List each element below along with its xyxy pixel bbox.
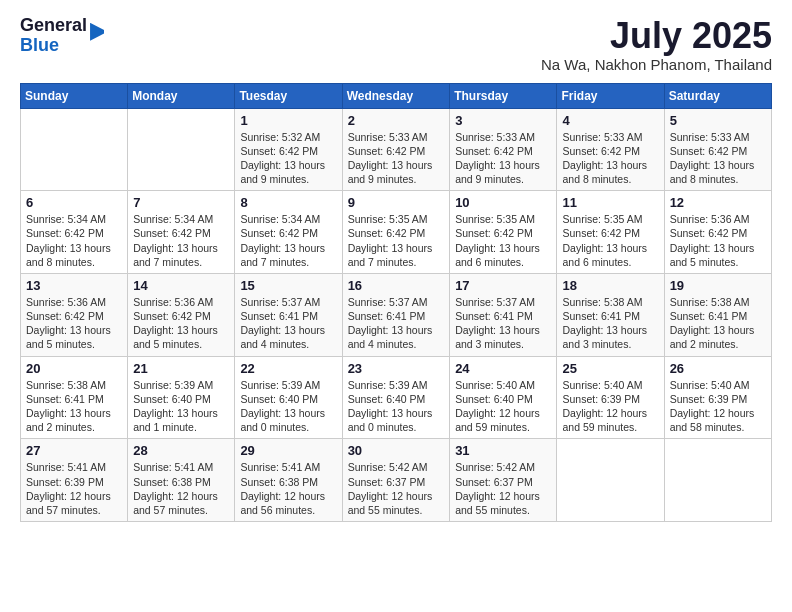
day-detail: Sunrise: 5:40 AMSunset: 6:39 PMDaylight:… <box>670 378 766 435</box>
day-detail: Sunrise: 5:35 AMSunset: 6:42 PMDaylight:… <box>562 212 658 269</box>
day-detail: Sunrise: 5:41 AMSunset: 6:38 PMDaylight:… <box>133 460 229 517</box>
calendar-cell: 15Sunrise: 5:37 AMSunset: 6:41 PMDayligh… <box>235 273 342 356</box>
day-number: 7 <box>133 195 229 210</box>
calendar-cell: 26Sunrise: 5:40 AMSunset: 6:39 PMDayligh… <box>664 356 771 439</box>
day-detail: Sunrise: 5:41 AMSunset: 6:38 PMDaylight:… <box>240 460 336 517</box>
day-number: 17 <box>455 278 551 293</box>
main-title: July 2025 <box>541 16 772 56</box>
calendar-week-5: 27Sunrise: 5:41 AMSunset: 6:39 PMDayligh… <box>21 439 772 522</box>
logo-text: General Blue <box>20 16 87 56</box>
day-number: 13 <box>26 278 122 293</box>
day-header-tuesday: Tuesday <box>235 83 342 108</box>
day-header-monday: Monday <box>128 83 235 108</box>
calendar-cell: 18Sunrise: 5:38 AMSunset: 6:41 PMDayligh… <box>557 273 664 356</box>
calendar-table: SundayMondayTuesdayWednesdayThursdayFrid… <box>20 83 772 522</box>
title-block: July 2025 Na Wa, Nakhon Phanom, Thailand <box>541 16 772 73</box>
calendar-cell <box>664 439 771 522</box>
day-detail: Sunrise: 5:37 AMSunset: 6:41 PMDaylight:… <box>240 295 336 352</box>
day-number: 28 <box>133 443 229 458</box>
calendar-cell: 13Sunrise: 5:36 AMSunset: 6:42 PMDayligh… <box>21 273 128 356</box>
day-detail: Sunrise: 5:40 AMSunset: 6:40 PMDaylight:… <box>455 378 551 435</box>
day-detail: Sunrise: 5:35 AMSunset: 6:42 PMDaylight:… <box>348 212 445 269</box>
day-number: 16 <box>348 278 445 293</box>
day-number: 5 <box>670 113 766 128</box>
calendar-cell: 10Sunrise: 5:35 AMSunset: 6:42 PMDayligh… <box>450 191 557 274</box>
calendar-week-3: 13Sunrise: 5:36 AMSunset: 6:42 PMDayligh… <box>21 273 772 356</box>
day-detail: Sunrise: 5:34 AMSunset: 6:42 PMDaylight:… <box>26 212 122 269</box>
day-number: 1 <box>240 113 336 128</box>
day-detail: Sunrise: 5:36 AMSunset: 6:42 PMDaylight:… <box>670 212 766 269</box>
calendar-cell: 17Sunrise: 5:37 AMSunset: 6:41 PMDayligh… <box>450 273 557 356</box>
calendar-cell: 12Sunrise: 5:36 AMSunset: 6:42 PMDayligh… <box>664 191 771 274</box>
day-number: 12 <box>670 195 766 210</box>
calendar-cell: 14Sunrise: 5:36 AMSunset: 6:42 PMDayligh… <box>128 273 235 356</box>
calendar-cell: 21Sunrise: 5:39 AMSunset: 6:40 PMDayligh… <box>128 356 235 439</box>
day-detail: Sunrise: 5:36 AMSunset: 6:42 PMDaylight:… <box>133 295 229 352</box>
logo-icon <box>90 23 104 41</box>
day-number: 4 <box>562 113 658 128</box>
day-detail: Sunrise: 5:38 AMSunset: 6:41 PMDaylight:… <box>562 295 658 352</box>
day-number: 20 <box>26 361 122 376</box>
logo-blue: Blue <box>20 36 87 56</box>
calendar-cell: 7Sunrise: 5:34 AMSunset: 6:42 PMDaylight… <box>128 191 235 274</box>
calendar-cell: 20Sunrise: 5:38 AMSunset: 6:41 PMDayligh… <box>21 356 128 439</box>
day-number: 30 <box>348 443 445 458</box>
day-detail: Sunrise: 5:32 AMSunset: 6:42 PMDaylight:… <box>240 130 336 187</box>
calendar-week-2: 6Sunrise: 5:34 AMSunset: 6:42 PMDaylight… <box>21 191 772 274</box>
calendar-cell <box>128 108 235 191</box>
day-header-sunday: Sunday <box>21 83 128 108</box>
day-header-saturday: Saturday <box>664 83 771 108</box>
calendar-week-1: 1Sunrise: 5:32 AMSunset: 6:42 PMDaylight… <box>21 108 772 191</box>
page-header: General Blue July 2025 Na Wa, Nakhon Pha… <box>20 16 772 73</box>
calendar-cell: 31Sunrise: 5:42 AMSunset: 6:37 PMDayligh… <box>450 439 557 522</box>
day-number: 8 <box>240 195 336 210</box>
calendar-cell: 2Sunrise: 5:33 AMSunset: 6:42 PMDaylight… <box>342 108 450 191</box>
calendar-cell: 3Sunrise: 5:33 AMSunset: 6:42 PMDaylight… <box>450 108 557 191</box>
day-detail: Sunrise: 5:42 AMSunset: 6:37 PMDaylight:… <box>455 460 551 517</box>
day-detail: Sunrise: 5:39 AMSunset: 6:40 PMDaylight:… <box>348 378 445 435</box>
day-detail: Sunrise: 5:39 AMSunset: 6:40 PMDaylight:… <box>240 378 336 435</box>
day-number: 2 <box>348 113 445 128</box>
day-number: 3 <box>455 113 551 128</box>
calendar-cell: 25Sunrise: 5:40 AMSunset: 6:39 PMDayligh… <box>557 356 664 439</box>
calendar-cell: 8Sunrise: 5:34 AMSunset: 6:42 PMDaylight… <box>235 191 342 274</box>
calendar-cell: 29Sunrise: 5:41 AMSunset: 6:38 PMDayligh… <box>235 439 342 522</box>
day-number: 27 <box>26 443 122 458</box>
day-detail: Sunrise: 5:35 AMSunset: 6:42 PMDaylight:… <box>455 212 551 269</box>
day-number: 18 <box>562 278 658 293</box>
day-detail: Sunrise: 5:39 AMSunset: 6:40 PMDaylight:… <box>133 378 229 435</box>
calendar-cell: 4Sunrise: 5:33 AMSunset: 6:42 PMDaylight… <box>557 108 664 191</box>
calendar-cell: 23Sunrise: 5:39 AMSunset: 6:40 PMDayligh… <box>342 356 450 439</box>
day-detail: Sunrise: 5:34 AMSunset: 6:42 PMDaylight:… <box>133 212 229 269</box>
day-detail: Sunrise: 5:33 AMSunset: 6:42 PMDaylight:… <box>670 130 766 187</box>
day-number: 14 <box>133 278 229 293</box>
day-number: 25 <box>562 361 658 376</box>
day-header-friday: Friday <box>557 83 664 108</box>
calendar-cell: 6Sunrise: 5:34 AMSunset: 6:42 PMDaylight… <box>21 191 128 274</box>
calendar-cell: 27Sunrise: 5:41 AMSunset: 6:39 PMDayligh… <box>21 439 128 522</box>
day-number: 31 <box>455 443 551 458</box>
day-header-wednesday: Wednesday <box>342 83 450 108</box>
day-number: 24 <box>455 361 551 376</box>
day-number: 9 <box>348 195 445 210</box>
calendar-cell: 22Sunrise: 5:39 AMSunset: 6:40 PMDayligh… <box>235 356 342 439</box>
day-detail: Sunrise: 5:38 AMSunset: 6:41 PMDaylight:… <box>26 378 122 435</box>
calendar-cell: 30Sunrise: 5:42 AMSunset: 6:37 PMDayligh… <box>342 439 450 522</box>
day-number: 26 <box>670 361 766 376</box>
day-number: 23 <box>348 361 445 376</box>
day-number: 11 <box>562 195 658 210</box>
day-detail: Sunrise: 5:40 AMSunset: 6:39 PMDaylight:… <box>562 378 658 435</box>
sub-title: Na Wa, Nakhon Phanom, Thailand <box>541 56 772 73</box>
day-number: 21 <box>133 361 229 376</box>
calendar-cell: 19Sunrise: 5:38 AMSunset: 6:41 PMDayligh… <box>664 273 771 356</box>
logo-general: General <box>20 16 87 36</box>
calendar-cell: 28Sunrise: 5:41 AMSunset: 6:38 PMDayligh… <box>128 439 235 522</box>
calendar-cell <box>557 439 664 522</box>
day-detail: Sunrise: 5:33 AMSunset: 6:42 PMDaylight:… <box>348 130 445 187</box>
logo: General Blue <box>20 16 104 56</box>
calendar-cell: 9Sunrise: 5:35 AMSunset: 6:42 PMDaylight… <box>342 191 450 274</box>
calendar-cell: 24Sunrise: 5:40 AMSunset: 6:40 PMDayligh… <box>450 356 557 439</box>
day-detail: Sunrise: 5:36 AMSunset: 6:42 PMDaylight:… <box>26 295 122 352</box>
day-detail: Sunrise: 5:34 AMSunset: 6:42 PMDaylight:… <box>240 212 336 269</box>
calendar-cell: 5Sunrise: 5:33 AMSunset: 6:42 PMDaylight… <box>664 108 771 191</box>
